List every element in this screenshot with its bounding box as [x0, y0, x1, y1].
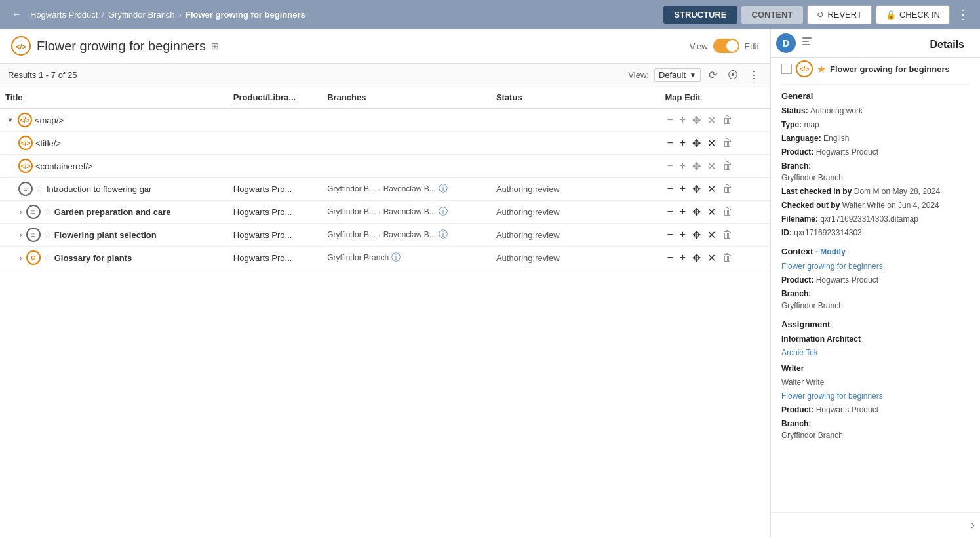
panel-tab-details[interactable]: D [776, 33, 796, 53]
more-button[interactable]: ⋮ [954, 7, 972, 22]
modify-link[interactable]: - Modify [815, 247, 846, 256]
row4-star[interactable]: ☆ [35, 184, 44, 194]
panel-tab-secondary[interactable] [798, 33, 815, 53]
row3-title-text: <containerref/> [35, 161, 92, 171]
row5-move[interactable]: ✥ [690, 205, 703, 219]
row7-minus[interactable]: − [665, 251, 675, 264]
item-checkbox[interactable] [781, 64, 792, 74]
row4-delete[interactable]: 🗑 [720, 182, 735, 195]
row5-cut[interactable]: ✕ [705, 205, 718, 219]
row4-minus[interactable]: − [665, 182, 675, 195]
row7-title-text: Glossary for plants [54, 253, 132, 263]
tab-structure[interactable]: STRUCTURE [663, 6, 737, 24]
row6-controls: − + ✥ ✕ 🗑 [665, 228, 764, 242]
columns-button[interactable]: ⦿ [725, 68, 741, 83]
context-name-link[interactable]: Flower growing for beginners [781, 262, 883, 271]
row3-minus[interactable]: − [665, 159, 675, 172]
row7-plus[interactable]: + [678, 251, 688, 264]
row6-plus[interactable]: + [678, 228, 688, 241]
row1-product [228, 108, 322, 132]
row6-info-icon[interactable]: ⓘ [439, 229, 448, 241]
row2-move[interactable]: ✥ [690, 136, 703, 150]
row6-expand[interactable]: › [18, 231, 24, 239]
back-button[interactable]: ← [8, 7, 26, 22]
row4-cut[interactable]: ✕ [705, 182, 718, 196]
row2-delete[interactable]: 🗑 [720, 136, 735, 149]
table-row: › ≡ ☆ Flowering plant selection Hogwarts… [0, 224, 770, 247]
row6-cut[interactable]: ✕ [705, 228, 718, 242]
row5-branch2: Ravenclaw B... [383, 207, 436, 216]
panel-expand-button[interactable]: › [971, 518, 975, 532]
row7-cut[interactable]: ✕ [705, 251, 718, 265]
row4-move[interactable]: ✥ [690, 182, 703, 196]
row3-product [228, 155, 322, 178]
panel-item-icon: </> [796, 60, 813, 77]
row5-minus[interactable]: − [665, 205, 675, 218]
row3-move[interactable]: ✥ [690, 159, 703, 173]
row6-mapedit: − + ✥ ✕ 🗑 [660, 224, 770, 247]
row5-plus[interactable]: + [678, 205, 688, 218]
row1-plus[interactable]: + [678, 113, 688, 127]
row7-status: Authoring:review [491, 247, 660, 269]
view-dropdown[interactable]: Default ▼ [654, 68, 701, 82]
row6-delete[interactable]: 🗑 [720, 228, 735, 241]
options-button[interactable]: ⋮ [746, 68, 762, 83]
row1-delete[interactable]: 🗑 [720, 113, 735, 127]
row5-status-text: Authoring:review [496, 207, 560, 217]
row2-plus[interactable]: + [678, 136, 688, 149]
panel-item-star[interactable]: ★ [817, 63, 826, 75]
row6-status-text: Authoring:review [496, 230, 560, 240]
refresh-button[interactable]: ⟳ [706, 68, 720, 83]
row3-cut[interactable]: ✕ [705, 159, 718, 173]
breadcrumb-part2[interactable]: Gryffindor Branch [108, 10, 175, 20]
edit-inline-icon[interactable]: ⊞ [211, 41, 219, 51]
writer-context-link[interactable]: Flower growing for beginners [781, 391, 883, 401]
row1-mapedit: − + ✥ ✕ 🗑 [660, 108, 770, 132]
row5-info-icon[interactable]: ⓘ [439, 206, 448, 218]
row5-title-cell: › ≡ ☆ Garden preparation and care [0, 201, 228, 224]
row3-plus[interactable]: + [678, 159, 688, 172]
row2-minus[interactable]: − [665, 136, 675, 149]
row7-info-icon[interactable]: ⓘ [391, 252, 401, 264]
results-count: Results 1 - 7 of 25 [8, 70, 77, 80]
row2-cut[interactable]: ✕ [705, 136, 718, 150]
results-start: 1 [39, 70, 43, 80]
row7-star[interactable]: ☆ [43, 252, 52, 263]
context-product: Product: Hogwarts Product [781, 274, 970, 286]
col-mapedit: Map Edit [660, 87, 770, 108]
row4-mapedit: − + ✥ ✕ 🗑 [660, 178, 770, 201]
check-in-button[interactable]: 🔒 CHECK IN [876, 5, 950, 24]
svg-rect-3 [802, 41, 809, 42]
row4-info-icon[interactable]: ⓘ [439, 183, 448, 195]
row7-delete[interactable]: 🗑 [720, 251, 735, 264]
row1-move[interactable]: ✥ [690, 113, 703, 127]
row6-icon: ≡ [26, 228, 41, 242]
row5-star[interactable]: ☆ [43, 207, 52, 217]
row2-mapedit: − + ✥ ✕ 🗑 [660, 132, 770, 155]
breadcrumb-part1[interactable]: Hogwarts Product [30, 10, 98, 20]
view-edit-switch[interactable] [713, 39, 739, 53]
row5-product: Hogwarts Pro... [228, 201, 322, 224]
row4-plus[interactable]: + [678, 182, 688, 195]
row6-move[interactable]: ✥ [690, 228, 703, 242]
row1-minus[interactable]: − [665, 113, 675, 127]
row6-branch2: Ravenclaw B... [383, 230, 436, 239]
tab-content[interactable]: CONTENT [741, 6, 804, 24]
row4-branch2: Ravenclaw B... [383, 184, 436, 193]
row5-delete[interactable]: 🗑 [720, 205, 735, 218]
arch-name-link[interactable]: Archie Tek [781, 348, 818, 357]
revert-button[interactable]: ↺ REVERT [807, 5, 872, 24]
row6-minus[interactable]: − [665, 228, 675, 241]
row1-expand[interactable]: ▼ [5, 116, 15, 124]
main-table: Title Product/Libra... Branches Status M… [0, 87, 770, 269]
row6-title: › ≡ ☆ Flowering plant selection [5, 228, 223, 242]
row7-expand[interactable]: › [18, 254, 24, 262]
row6-star[interactable]: ☆ [43, 229, 52, 240]
context-branch: Branch:Gryffindor Branch [781, 288, 970, 311]
row5-expand[interactable]: › [18, 208, 24, 216]
row1-status [491, 108, 660, 132]
row1-cut[interactable]: ✕ [705, 113, 718, 127]
row7-move[interactable]: ✥ [690, 251, 703, 265]
row3-delete[interactable]: 🗑 [720, 159, 735, 172]
row6-branch-tags: Gryffindor B... · Ravenclaw B... ⓘ [327, 229, 486, 241]
